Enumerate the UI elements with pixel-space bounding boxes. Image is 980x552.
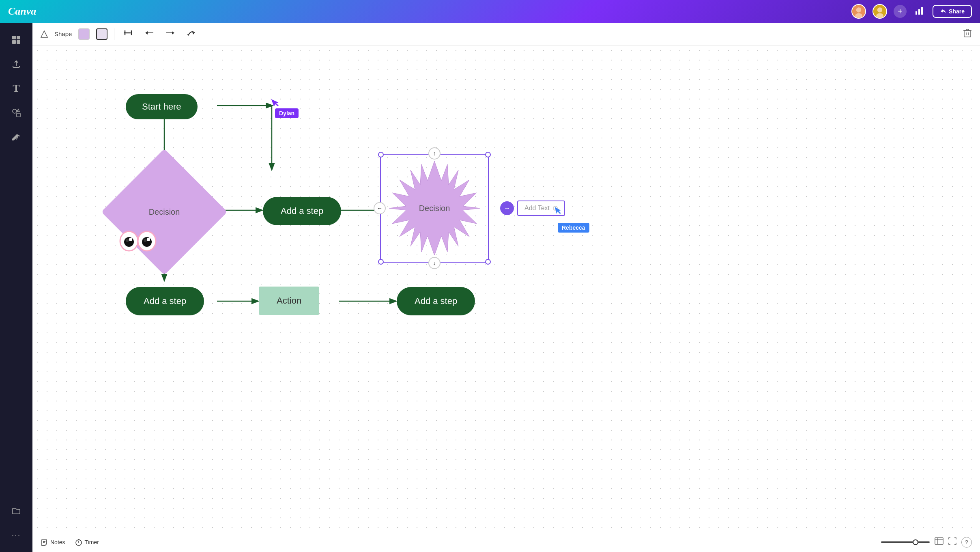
- handle-tr[interactable]: [485, 152, 491, 157]
- action-node[interactable]: Action: [259, 287, 319, 315]
- svg-marker-21: [145, 31, 148, 34]
- step3-node[interactable]: Add a step: [397, 287, 475, 315]
- svg-rect-9: [12, 36, 16, 39]
- view-mode-button[interactable]: [935, 537, 943, 547]
- shape-icon: [41, 30, 48, 38]
- svg-marker-15: [17, 109, 19, 112]
- decision2-container[interactable]: ↑ ↓ ← → Add Text Decision: [383, 157, 486, 259]
- add-collaborator-button[interactable]: +: [894, 5, 907, 18]
- svg-rect-10: [17, 36, 20, 39]
- svg-point-41: [144, 239, 147, 242]
- sidebar: T ···: [0, 23, 32, 552]
- svg-point-42: [129, 238, 132, 241]
- svg-rect-12: [17, 40, 20, 44]
- timer-button[interactable]: Timer: [75, 539, 99, 546]
- decision1-label: Decision: [149, 207, 180, 217]
- sidebar-item-more[interactable]: ···: [6, 524, 27, 546]
- svg-point-1: [856, 7, 861, 12]
- help-button[interactable]: ?: [961, 537, 972, 548]
- step1-label: Add a step: [263, 197, 341, 225]
- svg-rect-7: [918, 9, 920, 15]
- svg-rect-25: [964, 30, 971, 37]
- curve-arrow-button[interactable]: [184, 27, 199, 41]
- rebecca-label: Rebecca: [558, 223, 589, 233]
- sidebar-item-draw[interactable]: [6, 127, 27, 148]
- svg-rect-14: [17, 113, 20, 117]
- notes-button[interactable]: Notes: [41, 539, 65, 546]
- dylan-label: Dylan: [275, 108, 299, 118]
- svg-point-2: [855, 13, 862, 18]
- step3-label: Add a step: [397, 287, 475, 315]
- analytics-icon[interactable]: [913, 4, 926, 19]
- resize-handle-bottom[interactable]: ↓: [428, 257, 441, 269]
- svg-rect-6: [916, 11, 917, 15]
- rebecca-cursor: [556, 206, 563, 216]
- zoom-control: ?: [881, 537, 972, 548]
- zoom-slider[interactable]: [881, 541, 930, 543]
- svg-marker-23: [172, 31, 174, 34]
- zoom-thumb[interactable]: [913, 539, 918, 545]
- step2-label: Add a step: [126, 287, 204, 315]
- eyes-decoration: [118, 228, 158, 257]
- logo[interactable]: Canva: [8, 5, 36, 17]
- action-label: Action: [259, 287, 319, 315]
- bottombar: Notes Timer ?: [32, 532, 980, 552]
- sidebar-item-upload[interactable]: [6, 54, 27, 75]
- handle-br[interactable]: [485, 259, 491, 265]
- svg-marker-16: [41, 31, 47, 37]
- resize-handle-top[interactable]: ↑: [428, 147, 441, 160]
- resize-handle-left[interactable]: ←: [374, 202, 386, 214]
- header: Canva +: [0, 0, 980, 23]
- start-label: Start here: [126, 94, 198, 119]
- svg-point-38: [124, 237, 134, 247]
- decision2-label: Decision: [419, 204, 450, 213]
- sidebar-item-elements[interactable]: [6, 102, 27, 123]
- svg-rect-11: [12, 40, 16, 44]
- handle-bl[interactable]: [378, 259, 384, 265]
- arrow-style-solid-button[interactable]: [121, 28, 135, 40]
- arrow-left-button[interactable]: [142, 28, 157, 40]
- svg-rect-8: [921, 7, 923, 15]
- shape-label: Shape: [54, 30, 72, 37]
- toolbar: Shape: [32, 23, 980, 45]
- avatar-user1[interactable]: [851, 4, 866, 19]
- avatar-user2[interactable]: [873, 4, 887, 19]
- start-node[interactable]: Start here: [126, 94, 198, 119]
- svg-rect-50: [935, 538, 943, 544]
- dylan-cursor: [273, 97, 281, 109]
- svg-point-43: [147, 238, 150, 241]
- step1-node[interactable]: Add a step: [263, 197, 341, 225]
- toolbar-separator-1: [114, 28, 114, 40]
- svg-point-5: [876, 13, 883, 18]
- add-text-label: Add Text: [524, 205, 550, 212]
- delete-button[interactable]: [963, 28, 972, 40]
- canvas[interactable]: Start here Dylan Decision A: [32, 45, 980, 532]
- svg-point-39: [126, 239, 129, 242]
- step2-node[interactable]: Add a step: [126, 287, 204, 315]
- svg-point-13: [13, 109, 17, 113]
- arrow-right-button[interactable]: [163, 28, 178, 40]
- sidebar-item-text[interactable]: T: [6, 78, 27, 99]
- sidebar-item-folder[interactable]: [6, 500, 27, 521]
- header-right: + Share: [851, 4, 972, 19]
- handle-tl[interactable]: [378, 152, 384, 157]
- svg-point-40: [142, 237, 152, 247]
- sidebar-item-grid[interactable]: [6, 29, 27, 50]
- color-swatch-1[interactable]: [78, 28, 90, 40]
- svg-point-4: [877, 7, 882, 12]
- color-swatch-2[interactable]: [96, 28, 107, 40]
- share-button[interactable]: Share: [933, 5, 972, 18]
- fullscreen-button[interactable]: [948, 537, 956, 547]
- add-connection-button[interactable]: →: [500, 201, 514, 215]
